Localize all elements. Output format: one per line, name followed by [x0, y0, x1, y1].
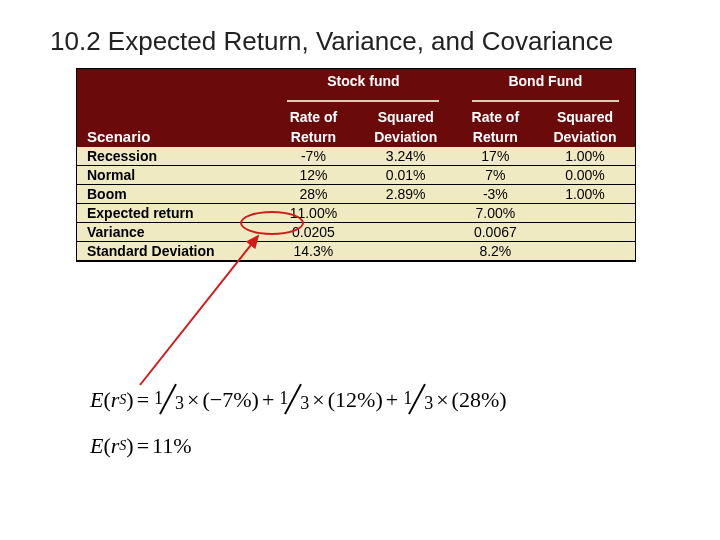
table-row: Standard Deviation 14.3% 8.2% — [77, 242, 635, 261]
cell-stock-sqdev: 2.89% — [356, 185, 456, 204]
table-row: Boom 28% 2.89% -3% 1.00% — [77, 185, 635, 204]
formula: E(rS) = 13 ×(−7%) + 13 ×(12%) + 13 ×(28%… — [90, 380, 507, 471]
cell-stock-rate: 11.00% — [271, 204, 356, 223]
col-stock-rate-top: Rate of — [271, 107, 356, 127]
cell-bond-sqdev — [535, 242, 635, 261]
cell-stock-rate: 12% — [271, 166, 356, 185]
cell-stock-sqdev: 3.24% — [356, 147, 456, 166]
table-row: Expected return 11.00% 7.00% — [77, 204, 635, 223]
cell-stock-rate: -7% — [271, 147, 356, 166]
fraction-icon: 13 — [154, 386, 182, 414]
cell-stock-rate: 0.0205 — [271, 223, 356, 242]
col-bond-rate-bot: Return — [456, 127, 535, 147]
fraction-icon: 13 — [279, 386, 307, 414]
cell-bond-sqdev: 1.00% — [535, 147, 635, 166]
col-stock-sqdev-bot: Deviation — [356, 127, 456, 147]
cell-bond-rate: 8.2% — [456, 242, 535, 261]
col-stock-rate-bot: Return — [271, 127, 356, 147]
cell-stock-sqdev — [356, 242, 456, 261]
cell-bond-rate: -3% — [456, 185, 535, 204]
formula-line-1: E(rS) = 13 ×(−7%) + 13 ×(12%) + 13 ×(28%… — [90, 380, 507, 420]
row-label: Expected return — [77, 204, 271, 223]
cell-stock-sqdev — [356, 204, 456, 223]
cell-bond-sqdev — [535, 223, 635, 242]
cell-bond-rate: 17% — [456, 147, 535, 166]
returns-table: Scenario Stock fund Bond Fund Rate of Sq… — [76, 68, 636, 262]
cell-bond-rate: 7.00% — [456, 204, 535, 223]
col-bond-sqdev-bot: Deviation — [535, 127, 635, 147]
cell-bond-rate: 7% — [456, 166, 535, 185]
formula-line-2: E(rS) =11% — [90, 426, 507, 466]
row-label: Boom — [77, 185, 271, 204]
table-row: Normal 12% 0.01% 7% 0.00% — [77, 166, 635, 185]
col-stock-sqdev-top: Squared — [356, 107, 456, 127]
slide-title: 10.2 Expected Return, Variance, and Cova… — [50, 26, 613, 57]
row-label: Recession — [77, 147, 271, 166]
cell-bond-sqdev — [535, 204, 635, 223]
cell-bond-sqdev: 0.00% — [535, 166, 635, 185]
row-label: Variance — [77, 223, 271, 242]
col-bond-rate-top: Rate of — [456, 107, 535, 127]
col-group-bond: Bond Fund — [456, 69, 635, 107]
table-body: Recession -7% 3.24% 17% 1.00% Normal 12%… — [77, 147, 635, 261]
col-scenario: Scenario — [77, 69, 271, 147]
cell-stock-sqdev — [356, 223, 456, 242]
col-group-stock: Stock fund — [271, 69, 456, 107]
table-header: Scenario Stock fund Bond Fund Rate of Sq… — [77, 69, 635, 147]
cell-stock-rate: 28% — [271, 185, 356, 204]
row-label: Normal — [77, 166, 271, 185]
cell-bond-rate: 0.0067 — [456, 223, 535, 242]
table-row: Recession -7% 3.24% 17% 1.00% — [77, 147, 635, 166]
cell-stock-sqdev: 0.01% — [356, 166, 456, 185]
row-label: Standard Deviation — [77, 242, 271, 261]
table-row: Variance 0.0205 0.0067 — [77, 223, 635, 242]
fraction-icon: 13 — [403, 386, 431, 414]
cell-bond-sqdev: 1.00% — [535, 185, 635, 204]
cell-stock-rate: 14.3% — [271, 242, 356, 261]
col-bond-sqdev-top: Squared — [535, 107, 635, 127]
